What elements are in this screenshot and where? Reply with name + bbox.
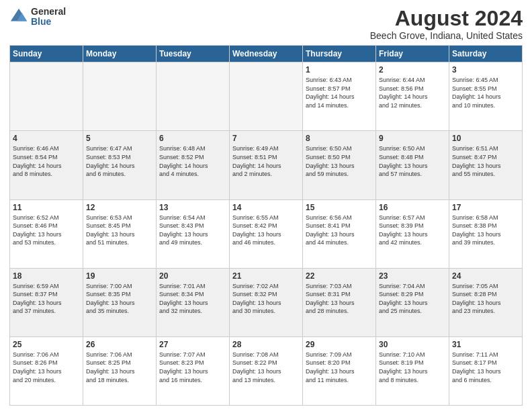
day-info: Sunrise: 6:50 AM Sunset: 8:50 PM Dayligh…	[306, 144, 373, 178]
calendar-cell: 21Sunrise: 7:02 AM Sunset: 8:32 PM Dayli…	[230, 268, 303, 336]
day-info: Sunrise: 6:57 AM Sunset: 8:39 PM Dayligh…	[379, 214, 446, 247]
day-number: 3	[452, 65, 519, 75]
calendar-cell: 31Sunrise: 7:11 AM Sunset: 8:17 PM Dayli…	[449, 336, 523, 405]
day-info: Sunrise: 7:06 AM Sunset: 8:25 PM Dayligh…	[86, 351, 153, 384]
day-number: 25	[13, 340, 80, 349]
day-number: 17	[452, 203, 519, 212]
day-number: 6	[159, 134, 226, 143]
calendar-cell: 9Sunrise: 6:50 AM Sunset: 8:48 PM Daylig…	[376, 131, 449, 199]
calendar-cell: 27Sunrise: 7:07 AM Sunset: 8:23 PM Dayli…	[157, 336, 230, 405]
calendar-day-header: Sunday	[10, 46, 83, 62]
day-info: Sunrise: 6:44 AM Sunset: 8:56 PM Dayligh…	[379, 76, 446, 109]
calendar-day-header: Monday	[83, 46, 157, 62]
calendar-cell: 22Sunrise: 7:03 AM Sunset: 8:31 PM Dayli…	[303, 268, 376, 336]
calendar-week-row: 1Sunrise: 6:43 AM Sunset: 8:57 PM Daylig…	[10, 62, 523, 131]
day-info: Sunrise: 6:47 AM Sunset: 8:53 PM Dayligh…	[86, 144, 153, 178]
day-info: Sunrise: 7:07 AM Sunset: 8:23 PM Dayligh…	[159, 351, 226, 384]
day-number: 23	[379, 271, 446, 281]
day-number: 30	[379, 340, 446, 349]
calendar-day-header: Wednesday	[230, 46, 303, 62]
calendar-cell: 24Sunrise: 7:05 AM Sunset: 8:28 PM Dayli…	[449, 268, 523, 336]
calendar-week-row: 4Sunrise: 6:46 AM Sunset: 8:54 PM Daylig…	[10, 131, 523, 199]
day-number: 14	[232, 203, 300, 212]
day-number: 10	[452, 134, 519, 143]
calendar-cell: 4Sunrise: 6:46 AM Sunset: 8:54 PM Daylig…	[10, 131, 83, 199]
day-number: 12	[86, 203, 153, 212]
day-info: Sunrise: 6:48 AM Sunset: 8:52 PM Dayligh…	[159, 144, 226, 178]
day-info: Sunrise: 7:03 AM Sunset: 8:31 PM Dayligh…	[306, 282, 373, 316]
calendar-cell	[83, 62, 157, 131]
calendar-cell: 28Sunrise: 7:08 AM Sunset: 8:22 PM Dayli…	[230, 336, 303, 405]
calendar-cell: 16Sunrise: 6:57 AM Sunset: 8:39 PM Dayli…	[376, 199, 449, 268]
calendar-day-header: Saturday	[449, 46, 523, 62]
day-number: 26	[86, 340, 153, 349]
day-number: 15	[306, 203, 373, 212]
calendar-cell	[230, 62, 303, 131]
day-info: Sunrise: 7:00 AM Sunset: 8:35 PM Dayligh…	[86, 282, 153, 316]
logo: General Blue	[9, 7, 66, 28]
day-info: Sunrise: 6:43 AM Sunset: 8:57 PM Dayligh…	[306, 76, 373, 109]
day-info: Sunrise: 6:46 AM Sunset: 8:54 PM Dayligh…	[13, 144, 80, 178]
day-number: 1	[306, 65, 373, 75]
day-number: 21	[232, 271, 300, 281]
day-number: 24	[452, 271, 519, 281]
day-number: 28	[232, 340, 300, 349]
day-number: 13	[159, 203, 226, 212]
day-number: 2	[379, 65, 446, 75]
day-info: Sunrise: 7:05 AM Sunset: 8:28 PM Dayligh…	[452, 282, 519, 316]
calendar-cell: 30Sunrise: 7:10 AM Sunset: 8:19 PM Dayli…	[376, 336, 449, 405]
calendar-cell: 15Sunrise: 6:56 AM Sunset: 8:41 PM Dayli…	[303, 199, 376, 268]
calendar-cell: 7Sunrise: 6:49 AM Sunset: 8:51 PM Daylig…	[230, 131, 303, 199]
day-info: Sunrise: 6:59 AM Sunset: 8:37 PM Dayligh…	[13, 282, 80, 316]
day-info: Sunrise: 6:51 AM Sunset: 8:47 PM Dayligh…	[452, 144, 519, 178]
calendar-cell: 12Sunrise: 6:53 AM Sunset: 8:45 PM Dayli…	[83, 199, 157, 268]
day-number: 18	[13, 271, 80, 281]
main-title: August 2024	[370, 7, 523, 30]
subtitle: Beech Grove, Indiana, United States	[370, 30, 523, 41]
calendar-cell: 20Sunrise: 7:01 AM Sunset: 8:34 PM Dayli…	[157, 268, 230, 336]
calendar-week-row: 18Sunrise: 6:59 AM Sunset: 8:37 PM Dayli…	[10, 268, 523, 336]
calendar-cell: 1Sunrise: 6:43 AM Sunset: 8:57 PM Daylig…	[303, 62, 376, 131]
calendar-cell: 2Sunrise: 6:44 AM Sunset: 8:56 PM Daylig…	[376, 62, 449, 131]
page-header: General Blue August 2024 Beech Grove, In…	[9, 7, 523, 41]
day-number: 19	[86, 271, 153, 281]
day-info: Sunrise: 7:02 AM Sunset: 8:32 PM Dayligh…	[232, 282, 300, 316]
day-number: 16	[379, 203, 446, 212]
day-number: 20	[159, 271, 226, 281]
day-number: 4	[13, 134, 80, 143]
title-block: August 2024 Beech Grove, Indiana, United…	[370, 7, 523, 41]
day-number: 29	[306, 340, 373, 349]
day-info: Sunrise: 7:04 AM Sunset: 8:29 PM Dayligh…	[379, 282, 446, 316]
calendar-cell: 18Sunrise: 6:59 AM Sunset: 8:37 PM Dayli…	[10, 268, 83, 336]
logo-icon	[9, 7, 28, 26]
calendar-table: SundayMondayTuesdayWednesdayThursdayFrid…	[9, 45, 523, 406]
calendar-cell: 5Sunrise: 6:47 AM Sunset: 8:53 PM Daylig…	[83, 131, 157, 199]
day-number: 7	[232, 134, 300, 143]
day-info: Sunrise: 6:58 AM Sunset: 8:38 PM Dayligh…	[452, 214, 519, 247]
calendar-cell: 17Sunrise: 6:58 AM Sunset: 8:38 PM Dayli…	[449, 199, 523, 268]
calendar-cell: 19Sunrise: 7:00 AM Sunset: 8:35 PM Dayli…	[83, 268, 157, 336]
calendar-cell: 10Sunrise: 6:51 AM Sunset: 8:47 PM Dayli…	[449, 131, 523, 199]
day-info: Sunrise: 6:52 AM Sunset: 8:46 PM Dayligh…	[13, 214, 80, 247]
day-info: Sunrise: 7:10 AM Sunset: 8:19 PM Dayligh…	[379, 351, 446, 384]
day-info: Sunrise: 6:53 AM Sunset: 8:45 PM Dayligh…	[86, 214, 153, 247]
day-info: Sunrise: 7:09 AM Sunset: 8:20 PM Dayligh…	[306, 351, 373, 384]
calendar-cell: 11Sunrise: 6:52 AM Sunset: 8:46 PM Dayli…	[10, 199, 83, 268]
day-info: Sunrise: 6:55 AM Sunset: 8:42 PM Dayligh…	[232, 214, 300, 247]
calendar-cell: 25Sunrise: 7:06 AM Sunset: 8:26 PM Dayli…	[10, 336, 83, 405]
logo-blue: Blue	[31, 17, 66, 27]
day-info: Sunrise: 6:54 AM Sunset: 8:43 PM Dayligh…	[159, 214, 226, 247]
day-number: 9	[379, 134, 446, 143]
day-info: Sunrise: 6:45 AM Sunset: 8:55 PM Dayligh…	[452, 76, 519, 109]
calendar-day-header: Friday	[376, 46, 449, 62]
day-number: 27	[159, 340, 226, 349]
day-info: Sunrise: 7:06 AM Sunset: 8:26 PM Dayligh…	[13, 351, 80, 384]
calendar-cell	[157, 62, 230, 131]
logo-general: General	[31, 7, 66, 17]
day-info: Sunrise: 6:49 AM Sunset: 8:51 PM Dayligh…	[232, 144, 300, 178]
calendar-cell: 3Sunrise: 6:45 AM Sunset: 8:55 PM Daylig…	[449, 62, 523, 131]
calendar-day-header: Thursday	[303, 46, 376, 62]
logo-text: General Blue	[31, 7, 66, 28]
day-number: 11	[13, 203, 80, 212]
day-info: Sunrise: 7:08 AM Sunset: 8:22 PM Dayligh…	[232, 351, 300, 384]
